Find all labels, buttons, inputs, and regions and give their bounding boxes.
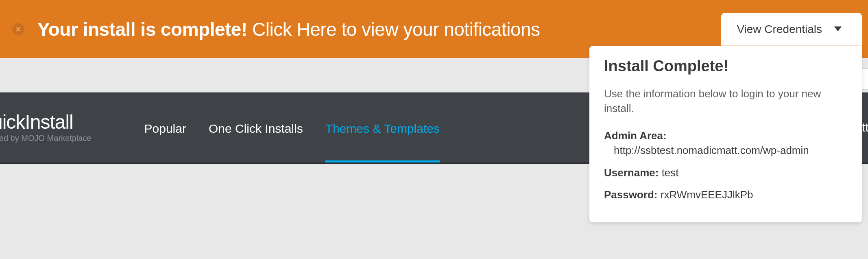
notification-bold: Your install is complete! xyxy=(37,19,247,40)
admin-area-row: Admin Area: http://ssbtest.nomadicmatt.c… xyxy=(604,128,847,158)
nav-item-one-click[interactable]: One Click Installs xyxy=(209,92,303,162)
nav-items: Popular One Click Installs Themes & Temp… xyxy=(144,92,462,162)
close-icon[interactable] xyxy=(12,23,24,35)
username-row: Username: test xyxy=(604,165,847,180)
nav-item-popular[interactable]: Popular xyxy=(144,92,186,162)
credentials-heading: Install Complete! xyxy=(604,57,847,75)
notification-normal: Click Here to view your notifications xyxy=(252,19,540,40)
chevron-down-icon xyxy=(833,26,842,33)
nav-item-themes[interactable]: Themes & Templates xyxy=(325,92,440,162)
credentials-panel: Install Complete! Use the information be… xyxy=(589,46,862,222)
credentials-tab-label: View Credentials xyxy=(737,23,822,36)
admin-area-label: Admin Area: xyxy=(604,130,667,142)
brand-block: uickInstall ered by MOJO Marketplace xyxy=(0,112,92,143)
password-value: rxRWmvEEEJJlkPb xyxy=(661,189,753,201)
password-label: Password: xyxy=(604,189,658,201)
view-credentials-button[interactable]: View Credentials xyxy=(721,13,862,46)
admin-area-url[interactable]: http://ssbtest.nomadicmatt.com/wp-admin xyxy=(604,143,847,158)
password-row: Password: rxRWmvEEEJJlkPb xyxy=(604,187,847,202)
notification-text[interactable]: Your install is complete! Click Here to … xyxy=(37,18,540,40)
username-value: test xyxy=(662,167,679,179)
credentials-instructions: Use the information below to login to yo… xyxy=(604,86,847,116)
brand-subtitle: ered by MOJO Marketplace xyxy=(0,134,92,143)
username-label: Username: xyxy=(604,167,659,179)
brand-title: uickInstall xyxy=(0,112,92,132)
